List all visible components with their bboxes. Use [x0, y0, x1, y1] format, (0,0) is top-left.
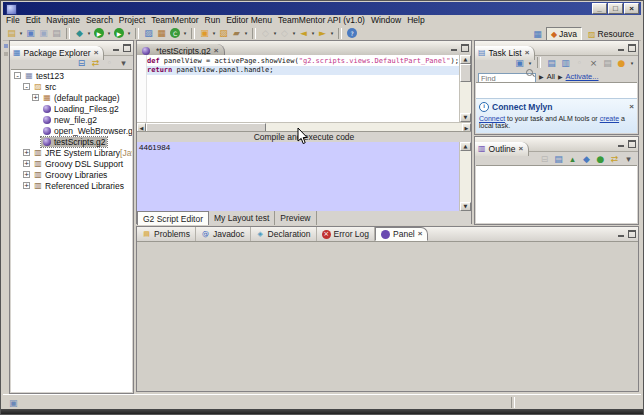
perspective-resource[interactable]: ▨Resource	[584, 28, 638, 40]
tree-item-test123[interactable]: -▦test123	[11, 70, 132, 81]
menu-edit[interactable]: Edit	[23, 15, 44, 26]
code-editor[interactable]: def panelView = activePage.showView("g2.…	[137, 55, 471, 122]
package-explorer-tree[interactable]: -▦test123-▨src+▦(default package)Loading…	[11, 69, 132, 392]
tree-expander-icon[interactable]: +	[23, 171, 30, 178]
close-icon[interactable]: ×	[525, 49, 530, 57]
tree-item-groovy-libraries[interactable]: +▥Groovy Libraries	[11, 169, 132, 180]
outline-content[interactable]	[476, 165, 637, 223]
focus-icon[interactable]: ◦	[103, 57, 116, 69]
minimize-view-icon[interactable]	[617, 44, 625, 52]
scroll-up-icon[interactable]: ▲	[460, 55, 471, 64]
link-with-editor-icon[interactable]: ⇄	[608, 153, 621, 165]
run-icon-dropdown[interactable]: ▾	[106, 30, 112, 36]
code-line[interactable]: return panelView.panel.handle;	[147, 66, 459, 75]
tree-expander-icon[interactable]: -	[14, 72, 21, 79]
menu-help[interactable]: Help	[404, 15, 427, 26]
maximize-view-icon[interactable]	[123, 44, 131, 52]
new-class-icon[interactable]: C	[170, 28, 180, 38]
prev-annotation-icon[interactable]: ◇	[259, 27, 272, 39]
fast-view-icon[interactable]	[4, 52, 8, 56]
close-icon[interactable]: ×	[418, 230, 423, 238]
close-icon[interactable]: ×	[519, 145, 524, 153]
cheatsheet-icon[interactable]: ?	[347, 28, 357, 38]
clear-filter-icon[interactable]: ×	[587, 57, 600, 69]
menu-window[interactable]: Window	[368, 15, 404, 26]
tree-item-referenced-libraries[interactable]: +▥Referenced Libraries	[11, 180, 132, 191]
minimize-view-icon[interactable]	[617, 230, 625, 238]
new-wizard-icon[interactable]: ▤	[5, 27, 18, 39]
minimize-view-icon[interactable]	[112, 44, 120, 52]
view-menu-icon[interactable]: ▾	[622, 153, 635, 165]
categorized-view-icon[interactable]: ▤	[545, 57, 558, 69]
tree-item-jre-system-library[interactable]: +▥JRE System Library [JavaSE-1.7]	[11, 147, 132, 158]
tab-outline[interactable]: ▥ Outline ×	[475, 142, 529, 156]
menu-project[interactable]: Project	[116, 15, 148, 26]
focus-workweek-icon[interactable]: ◦	[573, 57, 586, 69]
tree-item-testscripts-g2[interactable]: testScripts.g2	[11, 136, 132, 147]
print-icon[interactable]: ▤	[50, 27, 63, 39]
tree-item-loading-files-g2[interactable]: Loading_Files.g2	[11, 103, 132, 114]
scroll-down-icon[interactable]: ▼	[460, 113, 471, 122]
menu-file[interactable]: File	[3, 15, 23, 26]
maximize-view-icon[interactable]	[628, 140, 636, 148]
menu-navigate[interactable]: Navigate	[43, 15, 83, 26]
maximize-view-icon[interactable]	[628, 44, 636, 52]
synchronize-icon[interactable]: ●	[615, 57, 628, 69]
view-menu-icon[interactable]: ▾	[117, 57, 130, 69]
new-class-icon-dropdown[interactable]: ▾	[182, 30, 188, 36]
tab-panel[interactable]: Panel×	[375, 227, 428, 241]
code-line[interactable]: def panelView = activePage.showView("g2.…	[147, 57, 459, 66]
mylyn-create-link[interactable]: create	[600, 115, 619, 122]
hide-nonpublic-icon[interactable]: ●	[594, 153, 607, 165]
run-history-icon-dropdown[interactable]: ▾	[126, 30, 132, 36]
maximize-button[interactable]: □	[608, 3, 623, 14]
new-project-icon[interactable]: ▨	[142, 27, 155, 39]
tab-problems[interactable]: ▤Problems	[137, 227, 196, 241]
forward-icon-dropdown[interactable]: ▾	[329, 30, 335, 36]
menu-search[interactable]: Search	[83, 15, 116, 26]
tree-expander-icon[interactable]: +	[23, 160, 30, 167]
tree-item-src[interactable]: -▨src	[11, 81, 132, 92]
new-task-icon-dropdown[interactable]: ▾	[527, 60, 533, 66]
run-icon[interactable]: ▶	[94, 28, 104, 38]
activate-link[interactable]: Activate...	[566, 72, 599, 81]
tree-item-groovy-dsl-support[interactable]: +▥Groovy DSL Support	[11, 158, 132, 169]
collapse-all-icon[interactable]: ⊟	[538, 153, 551, 165]
tab-javadoc[interactable]: @Javadoc	[196, 227, 251, 241]
open-task-icon[interactable]: ▣	[198, 27, 211, 39]
tree-expander-icon[interactable]: -	[23, 83, 30, 90]
debug-icon-dropdown[interactable]: ▾	[86, 30, 92, 36]
forward-icon[interactable]: ►	[316, 27, 329, 39]
script-output-area[interactable]: 4461984 ▲ ▼	[137, 142, 471, 212]
tree-item-default-package[interactable]: +▦(default package)	[11, 92, 132, 103]
filter-all-link[interactable]: All	[547, 72, 555, 81]
scheduled-view-icon[interactable]: ▥	[559, 57, 572, 69]
perspective-java[interactable]: ◆Java	[546, 27, 582, 41]
tab-package-explorer[interactable]: ▦ Package Explorer ×	[10, 46, 104, 60]
open-resource-icon[interactable]: ▨	[217, 27, 230, 39]
minimize-view-icon[interactable]	[450, 44, 458, 52]
scroll-up-icon[interactable]: ▲	[460, 142, 471, 151]
mylyn-close-icon[interactable]: ×	[629, 103, 634, 111]
tab-error-log[interactable]: ×Error Log	[317, 227, 375, 241]
sort-icon[interactable]: ▤	[552, 153, 565, 165]
menu-editor-menu[interactable]: Editor Menu	[223, 15, 275, 26]
fast-view-icon[interactable]	[4, 44, 8, 48]
page-tab-g2-script-editor[interactable]: G2 Script Editor	[137, 211, 209, 225]
hide-static-icon[interactable]: ◆	[580, 153, 593, 165]
menu-run[interactable]: Run	[202, 15, 224, 26]
tab-task-list[interactable]: ▤ Task List ×	[475, 46, 535, 60]
editor-vertical-scrollbar[interactable]: ▲ ▼	[459, 55, 471, 122]
output-vertical-scrollbar[interactable]: ▲ ▼	[459, 142, 471, 211]
pencil-icon[interactable]: ▰	[230, 27, 243, 39]
menu-teammentor-api-v1-0[interactable]: TeamMentor API (v1.0)	[275, 15, 368, 26]
page-tab-my-layout-test[interactable]: My Layout test	[209, 211, 275, 225]
tree-expander-icon[interactable]: +	[23, 149, 30, 156]
open-perspective-icon[interactable]: ▦	[531, 28, 544, 40]
panel-view-content[interactable]	[137, 241, 638, 391]
maximize-view-icon[interactable]	[461, 44, 469, 52]
close-icon[interactable]: ×	[214, 47, 219, 55]
title-bar[interactable]: _ □ ×	[3, 2, 641, 15]
close-icon[interactable]: ×	[94, 49, 99, 57]
new-package-icon[interactable]: ▦	[155, 27, 168, 39]
